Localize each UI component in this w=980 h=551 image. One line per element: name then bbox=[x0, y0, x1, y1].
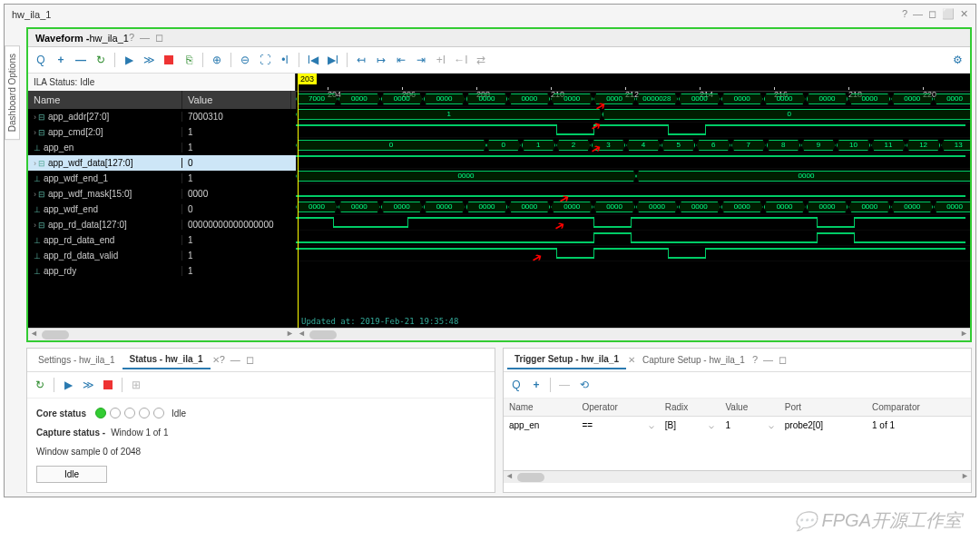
go-to-start-icon[interactable]: I◀ bbox=[304, 51, 322, 69]
trigger-scrollbar[interactable] bbox=[504, 470, 971, 483]
marker-prev-icon[interactable]: ←I bbox=[452, 51, 470, 69]
stop-icon[interactable] bbox=[99, 376, 117, 394]
maximize-icon[interactable]: ◻ bbox=[779, 354, 787, 366]
expand-icon[interactable]: › bbox=[34, 190, 36, 199]
expand-icon[interactable]: › bbox=[34, 221, 36, 230]
refresh-icon[interactable]: ↻ bbox=[92, 51, 110, 69]
radix-dropdown[interactable]: [B] bbox=[665, 420, 715, 430]
group-icon[interactable]: ⊞ bbox=[127, 376, 145, 394]
idle-button[interactable]: Idle bbox=[36, 466, 107, 483]
wire-icon: ⊥ bbox=[34, 236, 41, 245]
minimize-icon[interactable]: — bbox=[763, 354, 773, 366]
dashboard-options-tab[interactable]: Dashboard Options bbox=[5, 45, 20, 140]
signal-row[interactable]: ⊥app_rd_data_end1 bbox=[28, 232, 296, 248]
add-icon[interactable]: + bbox=[527, 376, 545, 394]
expand-icon[interactable]: › bbox=[34, 159, 36, 168]
marker-add-icon[interactable]: +I bbox=[432, 51, 450, 69]
signal-scrollbar[interactable] bbox=[28, 328, 296, 340]
signal-row[interactable]: ⊥app_wdf_end_11 bbox=[28, 171, 296, 186]
fast-forward-icon[interactable]: ≫ bbox=[79, 376, 97, 394]
col-value[interactable]: Value bbox=[720, 398, 779, 417]
waveform-toolbar: Q + — ↻ ▶ ≫ ⎘ ⊕ ⊖ ⛶ •I I◀ ▶I ↤ ↦ ⇤ ⇥ +I … bbox=[28, 47, 970, 74]
stop-icon[interactable] bbox=[160, 51, 178, 69]
maximize-icon[interactable]: ◻ bbox=[246, 354, 254, 366]
minimize-icon[interactable]: — bbox=[913, 8, 923, 20]
signal-row[interactable]: ⊥app_rd_data_valid1 bbox=[28, 248, 296, 263]
wave-trace: 0000000000000000000000000000000000000000… bbox=[296, 200, 970, 215]
prev-edge-icon[interactable]: ↤ bbox=[352, 51, 370, 69]
header-value[interactable]: Value bbox=[182, 91, 291, 109]
go-to-end-icon[interactable]: ▶I bbox=[324, 51, 342, 69]
add-icon[interactable]: + bbox=[52, 51, 70, 69]
zoom-fit-icon[interactable]: ⛶ bbox=[256, 51, 274, 69]
swap-icon[interactable]: ⇄ bbox=[472, 51, 490, 69]
trigger-row[interactable]: app_en == [B] 1 probe2[0] 1 of 1 bbox=[504, 417, 971, 435]
reset-icon[interactable]: ⟲ bbox=[575, 376, 593, 394]
col-operator[interactable]: Operator bbox=[576, 398, 659, 417]
wave-trace bbox=[296, 153, 970, 169]
value-dropdown[interactable]: 1 bbox=[725, 420, 773, 430]
col-comparator[interactable]: Comparator bbox=[867, 398, 971, 417]
restore-icon[interactable]: ◻ bbox=[928, 8, 936, 20]
signal-name: app_wdf_end bbox=[44, 204, 98, 214]
signal-row[interactable]: ⊥app_en1 bbox=[28, 140, 296, 155]
tab-close-icon[interactable]: ✕ bbox=[212, 355, 220, 365]
waveform-scrollbar[interactable] bbox=[296, 328, 970, 340]
col-port[interactable]: Port bbox=[779, 398, 867, 417]
fast-forward-icon[interactable]: ≫ bbox=[140, 51, 158, 69]
tab-capture-setup[interactable]: Capture Setup - hw_ila_1 bbox=[635, 351, 752, 369]
minimize-icon[interactable]: — bbox=[140, 32, 150, 44]
time-ruler[interactable]: 203 204206208210212214216218220 bbox=[296, 74, 970, 92]
help-icon[interactable]: ? bbox=[752, 354, 758, 366]
maximize-icon[interactable]: ◻ bbox=[155, 32, 163, 44]
close-icon[interactable]: ✕ bbox=[960, 8, 968, 20]
header-name[interactable]: Name bbox=[28, 91, 182, 109]
tab-settings[interactable]: Settings - hw_ila_1 bbox=[31, 351, 122, 369]
signal-value: 1 bbox=[182, 266, 291, 276]
tab-trigger-setup[interactable]: Trigger Setup - hw_ila_1 bbox=[507, 350, 626, 369]
help-icon[interactable]: ? bbox=[129, 32, 134, 44]
zoom-out-icon[interactable]: ⊖ bbox=[236, 51, 254, 69]
prev-transition-icon[interactable]: ⇤ bbox=[392, 51, 410, 69]
export-icon[interactable]: ⎘ bbox=[180, 51, 198, 69]
operator-dropdown[interactable]: == bbox=[582, 420, 653, 430]
col-name[interactable]: Name bbox=[504, 398, 576, 417]
signal-row[interactable]: ›⊟app_wdf_data[127:0]0 bbox=[28, 155, 296, 171]
settings-gear-icon[interactable]: ⚙ bbox=[948, 51, 966, 69]
cursor-value-marker[interactable]: 203 bbox=[298, 74, 317, 84]
core-status-label: Core status bbox=[36, 408, 86, 418]
waveform-canvas[interactable]: 203 204206208210212214216218220 70000000… bbox=[296, 74, 970, 328]
wave-trace bbox=[296, 231, 970, 246]
maximize-icon[interactable]: ⬜ bbox=[942, 8, 955, 20]
next-transition-icon[interactable]: ⇥ bbox=[412, 51, 430, 69]
signal-row[interactable]: ⊥app_rdy1 bbox=[28, 263, 296, 279]
search-icon[interactable]: Q bbox=[32, 51, 50, 69]
signal-row[interactable]: ›⊟app_cmd[2:0]1 bbox=[28, 124, 296, 140]
signal-row[interactable]: ⊥app_wdf_end0 bbox=[28, 202, 296, 217]
search-icon[interactable]: Q bbox=[507, 376, 525, 394]
expand-icon[interactable]: › bbox=[34, 128, 36, 137]
col-radix[interactable]: Radix bbox=[660, 398, 720, 417]
status-dot bbox=[153, 408, 164, 418]
tab-close-icon[interactable]: ✕ bbox=[628, 355, 635, 365]
signal-row[interactable]: ›⊟app_addr[27:0]7000310 bbox=[28, 109, 296, 124]
signal-name: app_rd_data_end bbox=[44, 235, 114, 245]
remove-icon[interactable]: — bbox=[555, 376, 573, 394]
next-edge-icon[interactable]: ↦ bbox=[372, 51, 390, 69]
wave-trace bbox=[296, 123, 970, 138]
play-icon[interactable]: ▶ bbox=[120, 51, 138, 69]
tab-status[interactable]: Status - hw_ila_1 bbox=[122, 350, 211, 369]
signal-value: 00000000000000000 bbox=[182, 220, 291, 230]
signal-row[interactable]: ›⊟app_wdf_mask[15:0]0000 bbox=[28, 186, 296, 202]
go-to-cursor-icon[interactable]: •I bbox=[276, 51, 294, 69]
help-icon[interactable]: ? bbox=[220, 354, 225, 366]
refresh-icon[interactable]: ↻ bbox=[31, 376, 49, 394]
expand-icon[interactable]: › bbox=[34, 113, 36, 122]
help-icon[interactable]: ? bbox=[902, 8, 907, 20]
play-icon[interactable]: ▶ bbox=[59, 376, 77, 394]
cursor-line[interactable] bbox=[298, 74, 299, 328]
zoom-in-icon[interactable]: ⊕ bbox=[208, 51, 226, 69]
signal-row[interactable]: ›⊟app_rd_data[127:0]00000000000000000 bbox=[28, 217, 296, 232]
minimize-icon[interactable]: — bbox=[230, 354, 240, 366]
remove-icon[interactable]: — bbox=[72, 51, 90, 69]
